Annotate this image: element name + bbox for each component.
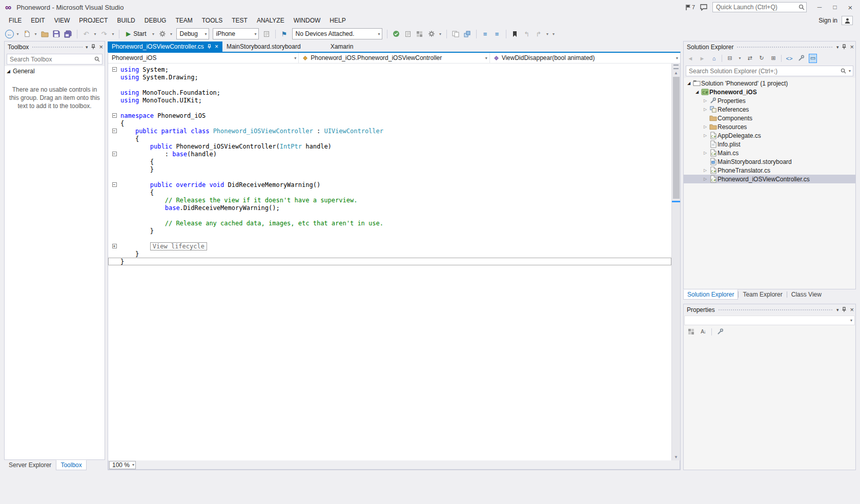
device-log-flag-icon[interactable]: ⚑ xyxy=(279,29,290,39)
scrollbar-thumb[interactable] xyxy=(673,77,680,199)
attach-to-process-icon[interactable] xyxy=(157,29,168,39)
find-in-files-icon[interactable] xyxy=(451,29,461,39)
search-icon[interactable] xyxy=(94,56,100,62)
code-editor[interactable]: −using System;using System.Drawing;using… xyxy=(108,64,680,460)
attach-dropdown[interactable]: ▾ xyxy=(169,32,174,36)
collapse-all-icon[interactable]: ⊟ xyxy=(726,54,734,63)
dock-tab-class-view[interactable]: Class View xyxy=(787,289,826,300)
debug-tests-icon[interactable] xyxy=(403,29,413,39)
sign-in-link[interactable]: Sign in xyxy=(818,17,837,24)
preview-selected-items-icon[interactable]: ▭ xyxy=(809,54,817,63)
tree-item-solution-phoneword-1-project[interactable]: ◢Solution 'Phoneword' (1 project) xyxy=(684,79,855,88)
fold-toggle-icon[interactable]: − xyxy=(112,113,117,118)
expand-arrow-icon[interactable]: ▷ xyxy=(702,98,708,103)
menu-item-team[interactable]: TEAM xyxy=(171,14,197,27)
device-select[interactable]: No Devices Attached.▾ xyxy=(292,28,382,39)
categorized-icon[interactable] xyxy=(687,327,695,337)
zoom-select[interactable]: 100 % ▾ xyxy=(109,461,136,469)
toggle-bookmark-icon[interactable] xyxy=(510,29,520,39)
redo-button[interactable]: ↷ xyxy=(99,29,109,39)
expand-arrow-icon[interactable]: ▷ xyxy=(702,107,708,112)
tree-item-appdelegate-cs[interactable]: ▷C#AppDelegate.cs xyxy=(684,131,855,140)
pin-icon[interactable] xyxy=(207,44,212,49)
run-unit-tests-icon[interactable] xyxy=(391,29,401,39)
build-selection-icon[interactable] xyxy=(462,29,473,39)
editor-split-handle[interactable] xyxy=(673,65,679,69)
tree-item-phoneword-iosviewcontroller-cs[interactable]: ▷C#Phoneword_iOSViewController.cs xyxy=(684,175,855,183)
window-position-dropdown-icon[interactable]: ▾ xyxy=(86,45,88,50)
quick-launch-input[interactable] xyxy=(712,2,807,12)
notifications-button[interactable]: 7 xyxy=(685,4,695,11)
toolbox-group-general[interactable]: ◢ General xyxy=(5,66,105,76)
increase-line-indent-icon[interactable]: ≡ xyxy=(492,29,502,39)
scroll-down-icon[interactable]: ▼ xyxy=(672,453,680,460)
window-position-dropdown-icon[interactable]: ▾ xyxy=(836,45,839,50)
collapse-arrow-icon[interactable]: ◢ xyxy=(686,81,692,86)
fold-toggle-icon[interactable]: − xyxy=(112,67,117,72)
dock-tab-solution-explorer[interactable]: Solution Explorer xyxy=(683,289,738,300)
save-button[interactable] xyxy=(51,29,62,39)
member-dropdown[interactable]: ViewDidDisappear(bool animated) ▾ xyxy=(490,53,680,63)
undo-dropdown[interactable]: ▾ xyxy=(93,32,97,36)
scroll-up-icon[interactable]: ▲ xyxy=(672,69,680,76)
decrease-line-indent-icon[interactable]: ≡ xyxy=(480,29,490,39)
menu-item-file[interactable]: FILE xyxy=(4,14,26,27)
view-code-icon[interactable]: <> xyxy=(785,54,793,63)
search-icon[interactable] xyxy=(798,4,805,10)
fold-toggle-icon[interactable]: − xyxy=(112,152,117,156)
menu-item-build[interactable]: BUILD xyxy=(112,14,139,27)
pin-icon[interactable] xyxy=(842,307,847,312)
new-file-button[interactable] xyxy=(22,29,32,39)
dropdown-icon[interactable]: ▾ xyxy=(849,69,851,73)
tree-item-references[interactable]: ▷References xyxy=(684,105,855,114)
start-dropdown[interactable]: ▾ xyxy=(151,32,156,36)
menu-item-tools[interactable]: TOOLS xyxy=(197,14,227,27)
open-file-button[interactable] xyxy=(39,29,50,39)
new-file-dropdown[interactable]: ▾ xyxy=(33,32,38,36)
dock-tab-server-explorer[interactable]: Server Explorer xyxy=(4,460,56,470)
navigate-backward-button[interactable]: ← xyxy=(5,30,14,38)
start-debugging-button[interactable]: ▶Start xyxy=(123,28,150,39)
drag-handle[interactable] xyxy=(736,46,833,49)
tab-mainstoryboard-storyboard[interactable]: MainStoryboard.storyboard xyxy=(222,41,305,52)
platform-settings-icon[interactable] xyxy=(261,29,272,39)
toolbox-header[interactable]: Toolbox ▾ × xyxy=(5,41,105,52)
properties-object-select[interactable]: ▾ xyxy=(684,316,855,325)
test-settings-icon[interactable] xyxy=(426,29,437,39)
refresh-icon[interactable]: ↻ xyxy=(757,54,766,63)
undo-button[interactable]: ↶ xyxy=(81,29,91,39)
alphabetical-icon[interactable]: A↓ xyxy=(699,327,707,337)
bookmarks-dropdown[interactable]: ▾ xyxy=(545,32,550,36)
menu-item-help[interactable]: HELP xyxy=(325,14,350,27)
properties-header[interactable]: Properties ▾ × xyxy=(684,304,855,315)
dropdown-icon[interactable]: ▾ xyxy=(738,56,742,60)
dock-tab-team-explorer[interactable]: Team Explorer xyxy=(739,289,786,300)
search-icon[interactable] xyxy=(841,68,846,74)
tab-phoneword-iosviewcontroller-cs[interactable]: Phoneword_iOSViewController.cs× xyxy=(108,41,222,52)
show-all-files-icon[interactable]: ⊞ xyxy=(769,54,777,63)
menu-item-analyze[interactable]: ANALYZE xyxy=(252,14,289,27)
properties-icon[interactable] xyxy=(797,54,805,63)
expand-arrow-icon[interactable]: ▷ xyxy=(702,168,708,173)
forward-icon[interactable]: ► xyxy=(698,54,706,63)
fold-toggle-icon[interactable]: + xyxy=(112,244,117,248)
project-dropdown[interactable]: Phoneword_iOS ▾ xyxy=(108,53,299,63)
solution-explorer-search-input[interactable] xyxy=(686,66,853,76)
window-position-dropdown-icon[interactable]: ▾ xyxy=(836,307,839,312)
account-button[interactable] xyxy=(842,16,853,25)
close-icon[interactable]: × xyxy=(850,306,854,313)
tree-item-components[interactable]: Components xyxy=(684,114,855,122)
solution-explorer-header[interactable]: Solution Explorer ▾ × xyxy=(684,41,855,52)
toolbox-search-input[interactable] xyxy=(7,54,102,64)
tree-item-info-plist[interactable]: Info.plist xyxy=(684,140,855,149)
previous-bookmark-icon[interactable]: ↰ xyxy=(522,29,532,39)
close-button[interactable]: × xyxy=(843,2,858,13)
redo-dropdown[interactable]: ▾ xyxy=(111,32,115,36)
menu-item-debug[interactable]: DEBUG xyxy=(140,14,171,27)
dock-tab-toolbox[interactable]: Toolbox xyxy=(56,460,86,470)
maximize-button[interactable]: □ xyxy=(827,2,843,13)
pin-icon[interactable] xyxy=(91,44,96,50)
fold-toggle-icon[interactable]: − xyxy=(112,182,117,187)
tree-item-phonetranslator-cs[interactable]: ▷C#PhoneTranslator.cs xyxy=(684,166,855,175)
close-icon[interactable]: × xyxy=(99,44,103,50)
